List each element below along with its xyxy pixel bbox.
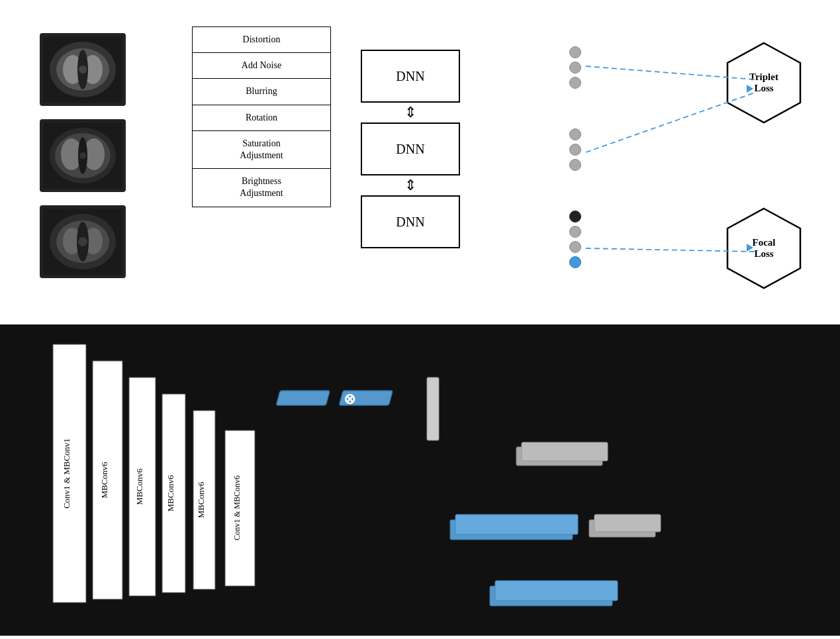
- dnn-box-1: DNN: [361, 50, 460, 103]
- feature-vectors: [569, 46, 581, 268]
- bottom-architecture-svg: Conv1 & MBConv1 MBConv6 MBConv6 MBConv6 …: [0, 324, 840, 636]
- svg-marker-21: [727, 43, 800, 123]
- svg-point-20: [78, 237, 87, 246]
- ct-image-3: [40, 205, 126, 278]
- svg-rect-48: [455, 515, 578, 534]
- ct-image-2: [40, 119, 126, 192]
- svg-rect-46: [522, 442, 608, 461]
- aug-blurring: Blurring: [193, 79, 330, 105]
- feature-vec-1: [569, 46, 581, 89]
- aug-distortion: Distortion: [193, 27, 330, 53]
- feat-dot-3-4: [569, 256, 581, 268]
- svg-text:⊗: ⊗: [344, 391, 355, 407]
- feat-dot-2-1: [569, 128, 581, 140]
- svg-text:Conv1 & MBConv6: Conv1 & MBConv6: [232, 475, 242, 540]
- feat-dot-3-1: [569, 211, 581, 222]
- feat-dot-2-2: [569, 144, 581, 156]
- svg-rect-44: [427, 377, 439, 440]
- feature-vec-2: [569, 128, 581, 171]
- feat-dot-1-3: [569, 77, 581, 89]
- ct-image-1: [40, 33, 126, 106]
- svg-text:MBConv6: MBConv6: [165, 475, 175, 511]
- svg-text:MBConv6: MBConv6: [134, 468, 144, 505]
- dnn-arrow-2: ⇕: [361, 175, 460, 195]
- svg-rect-52: [495, 581, 618, 601]
- focal-loss: FocalLoss: [721, 205, 807, 291]
- ct-images: [40, 33, 126, 278]
- feat-dot-3-3: [569, 241, 581, 253]
- dnn-arrow-1: ⇕: [361, 103, 460, 123]
- feat-dot-1-1: [569, 46, 581, 58]
- aug-rotation: Rotation: [193, 105, 330, 131]
- svg-marker-22: [727, 209, 800, 288]
- feat-dot-3-2: [569, 226, 581, 238]
- augmentation-box: Distortion Add Noise Blurring Rotation S…: [192, 26, 331, 207]
- svg-rect-50: [594, 515, 661, 532]
- svg-rect-41: [276, 391, 330, 405]
- svg-point-6: [79, 66, 87, 74]
- aug-add-noise: Add Noise: [193, 53, 330, 79]
- svg-point-13: [79, 152, 86, 159]
- dnn-box-3: DNN: [361, 195, 460, 248]
- svg-text:Conv1 & MBConv1: Conv1 & MBConv1: [62, 438, 71, 509]
- top-section: Distortion Add Noise Blurring Rotation S…: [0, 13, 840, 324]
- aug-brightness: BrightnessAdjustment: [193, 169, 330, 206]
- aug-saturation: SaturationAdjustment: [193, 131, 330, 169]
- svg-text:MBConv6: MBConv6: [99, 462, 109, 498]
- svg-rect-28: [0, 324, 840, 636]
- triplet-loss: TripletLoss: [721, 40, 807, 126]
- bottom-section: Conv1 & MBConv1 MBConv6 MBConv6 MBConv6 …: [0, 324, 840, 636]
- feature-vec-3: [569, 211, 581, 268]
- svg-text:MBConv6: MBConv6: [196, 481, 206, 518]
- dnn-stack: DNN ⇕ DNN ⇕ DNN: [361, 50, 460, 248]
- feat-dot-2-3: [569, 159, 581, 171]
- dnn-box-2: DNN: [361, 123, 460, 175]
- feat-dot-1-2: [569, 62, 581, 74]
